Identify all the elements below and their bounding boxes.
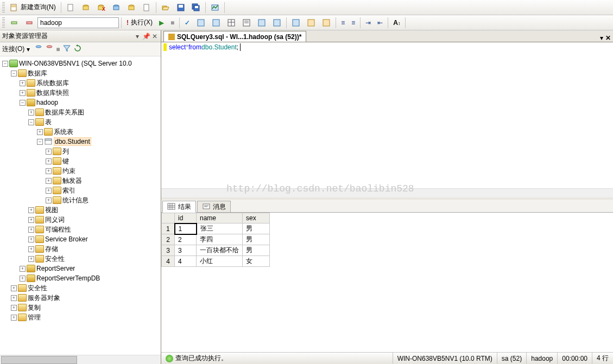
- cell-sex[interactable]: 女: [243, 256, 270, 267]
- sysdb-node[interactable]: +系统数据库: [18, 78, 160, 88]
- hadoop-db-node[interactable]: −hadoop: [18, 98, 160, 107]
- toolbar-grip[interactable]: [2, 2, 5, 13]
- execute-button[interactable]: ! 执行(X): [124, 17, 155, 29]
- expand-icon[interactable]: +: [20, 90, 26, 96]
- oe-btn-1[interactable]: [34, 44, 43, 54]
- col-header-name[interactable]: name: [197, 213, 243, 223]
- oe-btn-2[interactable]: [45, 44, 54, 54]
- oe-btn-4[interactable]: [62, 44, 71, 54]
- table-row[interactable]: 2 2 李四 男: [162, 234, 270, 245]
- database-combo[interactable]: hadoop: [37, 17, 119, 28]
- synonyms-node[interactable]: +同义词: [27, 215, 160, 225]
- connect-dropdown-icon[interactable]: ▾: [27, 46, 30, 53]
- cell-sex[interactable]: 男: [243, 245, 270, 256]
- cell-name[interactable]: 张三: [197, 223, 243, 234]
- indent-button[interactable]: ⇥: [363, 17, 374, 29]
- open-button[interactable]: [159, 2, 173, 14]
- parse-button[interactable]: ✓: [182, 17, 193, 29]
- outdent-button[interactable]: ⇤: [375, 17, 386, 29]
- tb2-btn-1[interactable]: [7, 17, 21, 29]
- editor-h-scrollbar[interactable]: [161, 188, 613, 197]
- pin-icon[interactable]: 📌: [142, 33, 150, 40]
- security-node[interactable]: +安全性: [10, 283, 160, 293]
- dbsnap-node[interactable]: +数据库快照: [18, 88, 160, 98]
- tb-btn-3[interactable]: x: [94, 2, 108, 14]
- expand-icon[interactable]: +: [46, 197, 52, 203]
- toolbar-grip-2[interactable]: [2, 17, 5, 28]
- row-number[interactable]: 2: [162, 234, 175, 245]
- specify-values-button[interactable]: A↕: [390, 17, 403, 29]
- cell-id[interactable]: 1: [175, 223, 197, 234]
- save-all-button[interactable]: [189, 2, 203, 14]
- collapse-icon[interactable]: −: [2, 61, 8, 67]
- tb-btn-1[interactable]: [64, 2, 78, 14]
- reportservertemp-node[interactable]: +ReportServerTempDB: [18, 273, 160, 283]
- col-header-id[interactable]: id: [175, 213, 197, 223]
- tb2-btn-5[interactable]: [224, 17, 238, 29]
- serverobjects-node[interactable]: +服务器对象: [10, 293, 160, 303]
- oe-btn-3[interactable]: ■: [56, 46, 60, 53]
- tb2-btn-4[interactable]: [209, 17, 223, 29]
- views-node[interactable]: +视图: [27, 205, 160, 215]
- student-table-node[interactable]: −dbo.Student: [36, 137, 160, 146]
- debug-button[interactable]: ▶: [156, 17, 167, 29]
- tab-dropdown-icon[interactable]: ▾: [600, 34, 603, 42]
- cell-name[interactable]: 小红: [197, 256, 243, 267]
- table-row[interactable]: 3 3 一百块都不给 男: [162, 245, 270, 256]
- sql-editor[interactable]: select * from dbo.Student; http://blog.c…: [161, 42, 613, 200]
- expand-icon[interactable]: +: [11, 315, 17, 321]
- tab-close-icon[interactable]: ✕: [605, 34, 611, 42]
- expand-icon[interactable]: +: [28, 237, 34, 242]
- dbdiag-node[interactable]: +数据库关系图: [27, 107, 160, 117]
- tb2-btn-7[interactable]: [255, 17, 269, 29]
- object-explorer-tree[interactable]: −WIN-ON638VB5NV1 (SQL Server 10.0 −数据库 +…: [0, 56, 161, 355]
- expand-icon[interactable]: +: [46, 178, 52, 184]
- expand-icon[interactable]: +: [28, 246, 34, 252]
- messages-tab[interactable]: 消息: [197, 201, 231, 213]
- close-panel-icon[interactable]: ✕: [151, 33, 159, 40]
- expand-icon[interactable]: +: [37, 129, 43, 135]
- activity-button[interactable]: [208, 2, 222, 14]
- document-tab[interactable]: SQLQuery3.sql - WI...1.hadoop (sa (52))*: [163, 31, 306, 42]
- scrollbar-thumb[interactable]: [1, 356, 77, 364]
- tb-btn-2[interactable]: [79, 2, 93, 14]
- tables-node[interactable]: −表: [27, 117, 160, 127]
- cell-id[interactable]: 3: [175, 245, 197, 256]
- new-query-button[interactable]: 新建查询(N): [7, 2, 59, 14]
- collapse-icon[interactable]: −: [11, 71, 17, 76]
- explorer-h-scrollbar[interactable]: [0, 355, 161, 364]
- results-tab[interactable]: 结果: [162, 201, 196, 213]
- results-grid[interactable]: id name sex 1 1 张三 男2 2 李四 男3 3 一百块都不给 男…: [161, 213, 613, 352]
- collapse-icon[interactable]: −: [28, 119, 34, 125]
- expand-icon[interactable]: +: [46, 168, 52, 174]
- table-row[interactable]: 1 1 张三 男: [162, 223, 270, 234]
- triggers-node[interactable]: +触发器: [45, 176, 160, 186]
- expand-icon[interactable]: +: [11, 285, 17, 291]
- cell-name[interactable]: 一百块都不给: [197, 245, 243, 256]
- code-area[interactable]: select * from dbo.Student; http://blog.c…: [161, 42, 613, 188]
- table-row[interactable]: 4 4 小红 女: [162, 256, 270, 267]
- constraints-node[interactable]: +约束: [45, 166, 160, 176]
- expand-icon[interactable]: +: [28, 227, 34, 233]
- programmability-node[interactable]: +可编程性: [27, 225, 160, 234]
- expand-icon[interactable]: +: [11, 295, 17, 301]
- collapse-icon[interactable]: −: [37, 139, 43, 145]
- tb2-btn-10[interactable]: [304, 17, 318, 29]
- indexes-node[interactable]: +索引: [45, 186, 160, 195]
- stop-button[interactable]: ■: [168, 17, 177, 29]
- tb2-btn-11[interactable]: [319, 17, 333, 29]
- server-node[interactable]: −WIN-ON638VB5NV1 (SQL Server 10.0: [1, 59, 160, 68]
- cell-name[interactable]: 李四: [197, 234, 243, 245]
- collapse-icon[interactable]: −: [20, 100, 26, 106]
- keys-node[interactable]: +键: [45, 156, 160, 166]
- tb-btn-4[interactable]: [109, 2, 123, 14]
- expand-icon[interactable]: +: [28, 110, 34, 116]
- tb2-btn-6[interactable]: [239, 17, 254, 29]
- databases-node[interactable]: −数据库: [10, 68, 160, 78]
- expand-icon[interactable]: +: [11, 305, 17, 311]
- tb2-btn-9[interactable]: [289, 17, 303, 29]
- tb2-btn-3[interactable]: [194, 17, 208, 29]
- replication-node[interactable]: +复制: [10, 303, 160, 312]
- cell-id[interactable]: 2: [175, 234, 197, 245]
- cell-id[interactable]: 4: [175, 256, 197, 267]
